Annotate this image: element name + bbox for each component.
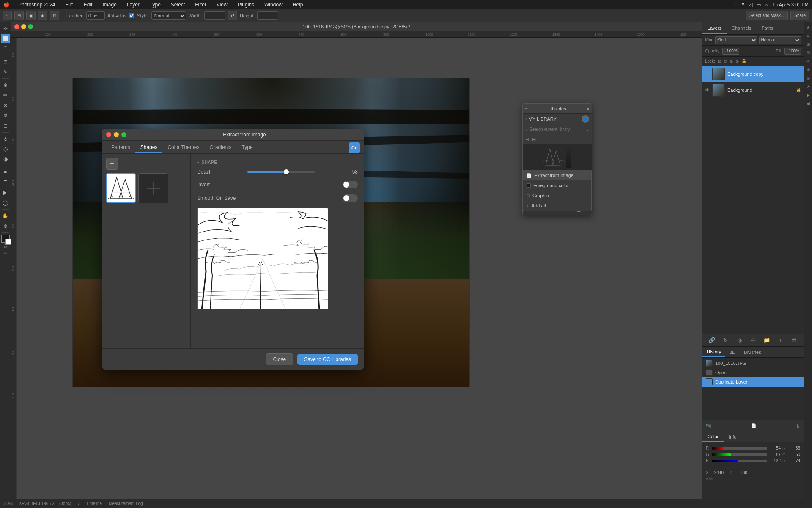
brushes-tab[interactable]: Brushes <box>740 347 765 357</box>
apple-menu[interactable]: 🍎 <box>3 2 10 8</box>
lib-user-icon[interactable]: 👤 <box>582 115 589 123</box>
menu-image[interactable]: Image <box>101 2 118 8</box>
tab-gradients[interactable]: Gradients <box>205 142 237 153</box>
lib-dd-extract[interactable]: 📄 Extract from Image <box>523 170 591 180</box>
g-bar[interactable] <box>712 453 767 456</box>
history-tab[interactable]: History <box>702 347 725 357</box>
clone-tool[interactable]: ⊗ <box>1 101 10 110</box>
canvas-close-btn[interactable] <box>14 24 19 29</box>
history-brush-tool[interactable]: ↺ <box>1 111 10 120</box>
lib-dd-foreground[interactable]: Foreground color <box>523 180 591 190</box>
strip-icon5[interactable]: ◎ <box>805 58 812 64</box>
r-bar[interactable] <box>712 447 767 450</box>
toolbar-btn3[interactable]: ▣ <box>26 11 36 20</box>
zoom-tool[interactable]: ⊕ <box>1 221 10 231</box>
lib-filter-btn[interactable]: ⊟ <box>524 137 530 142</box>
shape-slot-empty[interactable] <box>138 173 168 203</box>
canvas-min-btn[interactable] <box>21 24 26 29</box>
lasso-tool[interactable]: ⌒ <box>1 44 10 53</box>
menu-edit[interactable]: Edit <box>82 2 94 8</box>
toolbar-home-btn[interactable]: ⌂ <box>3 11 12 20</box>
detail-slider-thumb[interactable] <box>284 169 289 174</box>
menu-help[interactable]: Help <box>291 2 305 8</box>
layer-group-btn[interactable]: 📁 <box>763 337 771 344</box>
strip-icon9[interactable]: ▶ <box>805 91 812 98</box>
brush-tool[interactable]: ✏ <box>1 91 10 100</box>
tab-type[interactable]: Type <box>237 142 258 153</box>
history-item-open[interactable]: Open <box>702 368 804 377</box>
feather-input[interactable] <box>86 11 105 20</box>
strip-icon4[interactable]: ⊟ <box>805 49 812 56</box>
gradient-tool[interactable]: ⊘ <box>1 134 10 144</box>
swap-btn[interactable]: ⇄ <box>228 11 237 20</box>
detail-slider-track[interactable] <box>247 171 315 173</box>
dialog-close-btn[interactable] <box>106 132 111 137</box>
canvas-area[interactable]: 100 200 300 400 500 600 700 800 900 <box>11 38 702 499</box>
strip-toolbar-btn[interactable]: ◈ <box>805 24 812 30</box>
save-to-libraries-btn[interactable]: Save to CC Libraries <box>297 354 358 365</box>
shape-tool[interactable]: ◯ <box>1 198 10 207</box>
move-tool[interactable]: ⊹ <box>1 24 10 33</box>
layer-item-background[interactable]: 👁 Background 🔒 <box>702 82 804 98</box>
lock-all-icon[interactable]: 🔒 <box>741 59 746 64</box>
blur-tool[interactable]: ◎ <box>1 144 10 154</box>
opacity-input[interactable] <box>722 48 739 55</box>
magnify-icon[interactable]: ⌕ <box>765 2 768 7</box>
height-input[interactable] <box>257 11 278 20</box>
strip-icon3[interactable]: ⊞ <box>805 41 812 47</box>
anti-alias-checkbox[interactable] <box>129 13 134 18</box>
lib-sort-btn[interactable]: ⊞ <box>531 137 537 142</box>
layer-eye-background[interactable]: 👁 <box>705 88 710 93</box>
toolbar-btn4[interactable]: ◈ <box>38 11 47 20</box>
background-color-swatch[interactable] <box>5 239 11 245</box>
close-dialog-btn[interactable]: Close <box>266 353 294 365</box>
pen-tool[interactable]: ✒ <box>1 168 10 177</box>
invert-toggle[interactable] <box>343 181 358 188</box>
measurement-log-label[interactable]: Measurement Log <box>109 501 143 506</box>
lock-image-icon[interactable]: ⊕ <box>730 59 733 64</box>
strip-icon10[interactable]: ◀ <box>805 100 812 107</box>
toolbar-arrange-btn[interactable]: ⊞ <box>14 11 24 20</box>
menu-view[interactable]: View <box>215 2 229 8</box>
info-tab[interactable]: Info <box>724 431 741 442</box>
hand-tool[interactable]: ✋ <box>1 211 10 221</box>
strip-icon7[interactable]: ⊗ <box>805 75 812 81</box>
3d-tab[interactable]: 3D <box>725 347 740 357</box>
layer-mask-btn[interactable]: ◑ <box>735 337 743 344</box>
blend-mode-select[interactable]: Normal Multiply Screen <box>759 36 801 44</box>
layer-delete-btn[interactable]: 🗑 <box>790 337 798 344</box>
quick-mask-btn[interactable]: ⊙ <box>4 245 7 249</box>
lib-list-view-btn[interactable]: ≡ <box>586 137 590 142</box>
strip-icon6[interactable]: ⊕ <box>805 66 812 73</box>
lib-dd-graphic[interactable]: ⊡ Graphic <box>523 190 591 201</box>
history-new-doc-icon[interactable]: 📄 <box>751 423 756 428</box>
strip-icon2[interactable]: ≡ <box>805 32 812 39</box>
layer-item-background-copy[interactable]: 👁 Background copy <box>702 66 804 82</box>
layers-tab[interactable]: Layers <box>702 22 727 34</box>
menu-filter[interactable]: Filter <box>193 2 208 8</box>
path-selection-tool[interactable]: ▶ <box>1 188 10 197</box>
b-bar[interactable] <box>712 460 767 462</box>
foreground-color-swatch[interactable] <box>1 235 10 243</box>
menu-layer[interactable]: Layer <box>125 2 141 8</box>
dodge-tool[interactable]: ◑ <box>1 155 10 164</box>
fill-input[interactable] <box>784 48 801 55</box>
lib-search-input[interactable] <box>529 127 584 132</box>
tab-color-themes[interactable]: Color Themes <box>162 142 204 153</box>
dialog-max-btn[interactable] <box>121 132 126 137</box>
lib-back-btn[interactable]: ‹ <box>525 116 527 121</box>
healing-tool[interactable]: ⊕ <box>1 80 10 90</box>
toolbar-btn5[interactable]: ⊡ <box>50 11 59 20</box>
strip-icon8[interactable]: ⊘ <box>805 83 812 90</box>
shape-thumbnail-1[interactable] <box>106 173 136 203</box>
history-delete-icon[interactable]: 🗑 <box>796 423 800 428</box>
history-snapshot-icon[interactable]: 📷 <box>706 423 711 428</box>
text-tool[interactable]: T <box>1 178 10 187</box>
layer-adj-btn[interactable]: ⊕ <box>749 337 757 344</box>
lib-menu-btn[interactable]: ≡ <box>587 106 589 111</box>
menu-photoshop[interactable]: Photoshop 2024 <box>16 2 57 8</box>
menu-type[interactable]: Type <box>148 2 162 8</box>
history-item-duplicate[interactable]: Duplicate Layer <box>702 377 804 387</box>
paths-tab[interactable]: Paths <box>757 22 779 34</box>
lock-pixels-icon[interactable]: ⊘ <box>724 59 727 64</box>
